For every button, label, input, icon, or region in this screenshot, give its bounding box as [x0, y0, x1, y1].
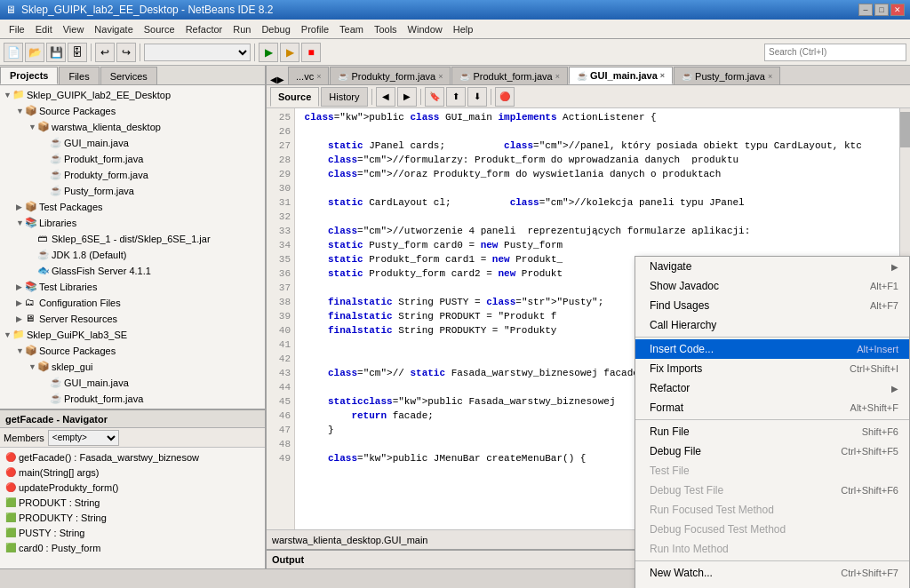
tab-gui-close[interactable]: × [660, 71, 665, 80]
tree-item[interactable]: ▼📦Source Packages [0, 103, 265, 119]
expand-arrow[interactable]: ▼ [4, 330, 12, 339]
menu-item-view[interactable]: View [58, 22, 90, 36]
stop-button[interactable]: ■ [301, 43, 321, 62]
tree-item[interactable]: ▶🗂Configuration Files [0, 295, 265, 311]
tab-produkt-close[interactable]: × [555, 72, 560, 81]
tree-item[interactable]: ▼📁Sklep_GUIPK_lab2_EE_Desktop [0, 87, 265, 103]
undo-button[interactable]: ↩ [95, 43, 115, 62]
expand-arrow[interactable]: ▼ [28, 123, 37, 131]
run-button[interactable]: ▶ [259, 43, 278, 62]
expand-arrow[interactable]: ▼ [4, 91, 12, 99]
tree-item[interactable]: ▶🖥Server Resources [0, 311, 265, 327]
context-menu-item[interactable]: New Watch...Ctrl+Shift+F7 [635, 563, 909, 583]
tab-overflow[interactable]: ◀▶ [267, 75, 288, 84]
code-line[interactable] [299, 210, 896, 224]
nav-item[interactable]: 🟩PRODUKTY : String [0, 510, 265, 525]
code-line[interactable]: static JPanel cards; class="cm">//panel,… [299, 139, 896, 153]
tab-vc[interactable]: ...vc × [288, 67, 329, 84]
toggle-breakpoint[interactable]: 🔴 [495, 87, 515, 107]
tab-pusty-close[interactable]: × [768, 72, 772, 81]
tree-item[interactable]: ☕Produkt_form.java [0, 151, 265, 167]
search-input[interactable] [764, 44, 906, 61]
prev-bookmark[interactable]: ⬆ [446, 87, 466, 107]
tab-pusty-form[interactable]: ☕ Pusty_form.java × [674, 67, 780, 84]
project-select[interactable] [144, 44, 251, 61]
code-line[interactable] [299, 181, 896, 195]
code-line[interactable] [299, 124, 896, 139]
tree-item[interactable]: ▼📚Libraries [0, 215, 265, 231]
menu-item-help[interactable]: Help [448, 22, 479, 36]
code-line[interactable]: class="kw">public class GUI_main impleme… [299, 110, 896, 124]
tree-item[interactable]: ▶📦Test Packages [0, 199, 265, 215]
code-line[interactable]: class="cm">//oraz Produkty_form do wyswi… [299, 167, 896, 181]
tree-item[interactable]: 🗃Sklep_6SE_1 - dist/Sklep_6SE_1.jar [0, 231, 265, 247]
code-line[interactable]: class="cm">//formularzy: Produkt_form do… [299, 153, 896, 167]
tree-item[interactable]: ▶📚Test Libraries [0, 279, 265, 295]
tree-item[interactable]: ☕Produkt_form.java [0, 391, 265, 407]
nav-item[interactable]: 🟩PUSTY : String [0, 525, 265, 540]
tab-produkty-close[interactable]: × [438, 72, 443, 81]
expand-arrow[interactable]: ▶ [16, 298, 25, 307]
context-menu-item[interactable]: Refactor▶ [635, 378, 909, 398]
expand-arrow[interactable]: ▶ [16, 314, 25, 323]
close-button[interactable]: ✕ [890, 4, 905, 16]
tree-item[interactable]: ☕Produkty_form.java [0, 167, 265, 183]
tab-vc-close[interactable]: × [316, 72, 321, 81]
tree-item[interactable]: ☕GUI_main.java [0, 135, 265, 151]
context-menu-item[interactable]: Debug FileCtrl+Shift+F5 [635, 441, 909, 461]
tree-item[interactable]: ☕GUI_main.java [0, 375, 265, 391]
tree-item[interactable]: ▼📦Source Packages [0, 343, 265, 359]
menu-item-source[interactable]: Source [139, 22, 180, 36]
save-button[interactable]: 💾 [46, 43, 66, 62]
menu-item-navigate[interactable]: Navigate [89, 22, 138, 36]
context-menu-item[interactable]: Toggle Line BreakpointCtrl+F8 [635, 583, 909, 588]
redo-button[interactable]: ↪ [116, 43, 136, 62]
open-button[interactable]: 📂 [25, 43, 44, 62]
tree-item[interactable]: ☕JDK 1.8 (Default) [0, 247, 265, 263]
tree-item[interactable]: 🐟GlassFish Server 4.1.1 [0, 263, 265, 279]
menu-item-debug[interactable]: Debug [256, 22, 295, 36]
nav-item[interactable]: 🔴main(String[] args) [0, 465, 265, 480]
tab-produkty-form[interactable]: ☕ Produkty_form.java × [330, 67, 451, 84]
source-tab[interactable]: Source [270, 87, 319, 107]
expand-arrow[interactable]: ▼ [16, 346, 25, 355]
tab-produkt-form[interactable]: ☕ Produkt_form.java × [451, 67, 568, 84]
expand-arrow[interactable]: ▼ [16, 107, 25, 115]
next-bookmark[interactable]: ⬇ [467, 87, 487, 107]
members-filter[interactable]: <empty> [48, 430, 119, 446]
context-menu-item[interactable]: Navigate▶ [635, 257, 909, 276]
toggle-bookmark[interactable]: 🔖 [425, 87, 444, 107]
tree-item[interactable]: ▼📁Sklep_GuiPK_lab3_SE [0, 327, 265, 343]
tree-item[interactable]: ☕Pusty_form.java [0, 183, 265, 199]
context-menu-item[interactable]: FormatAlt+Shift+F [635, 398, 909, 417]
forward-button[interactable]: ▶ [397, 87, 417, 107]
tab-projects[interactable]: Projects [0, 67, 58, 84]
maximize-button[interactable]: □ [874, 4, 889, 16]
code-line[interactable]: class="cm">//utworzenie 4 paneli repreze… [299, 224, 896, 238]
expand-arrow[interactable]: ▼ [28, 362, 37, 371]
minimize-button[interactable]: – [858, 4, 873, 16]
tab-gui-main[interactable]: ☕ GUI_main.java × [569, 67, 673, 84]
nav-item[interactable]: 🔴updateProdukty_form() [0, 480, 265, 495]
code-line[interactable]: static Pusty_form card0 = new Pusty_form [299, 238, 896, 252]
context-menu-item[interactable]: Find UsagesAlt+F7 [635, 296, 909, 315]
context-menu-item[interactable]: Fix ImportsCtrl+Shift+I [635, 359, 909, 378]
context-menu-item[interactable]: Insert Code...Alt+Insert [635, 339, 909, 359]
menu-item-tools[interactable]: Tools [369, 22, 403, 36]
tree-item[interactable]: ▼📦warstwa_klienta_desktop [0, 119, 265, 135]
expand-arrow[interactable]: ▶ [16, 203, 25, 211]
nav-item[interactable]: 🟩card0 : Pusty_form [0, 540, 265, 555]
tab-files[interactable]: Files [59, 67, 99, 84]
context-menu-item[interactable]: Run FileShift+F6 [635, 422, 909, 441]
nav-item[interactable]: 🔴getFacade() : Fasada_warstwy_biznesow [0, 449, 265, 465]
save-all-button[interactable]: 🗄 [68, 43, 87, 62]
menu-item-profile[interactable]: Profile [296, 22, 334, 36]
menu-item-run[interactable]: Run [228, 22, 256, 36]
menu-item-window[interactable]: Window [403, 22, 448, 36]
context-menu-item[interactable]: Call Hierarchy [635, 315, 909, 335]
menu-item-file[interactable]: File [4, 22, 30, 36]
expand-arrow[interactable]: ▶ [16, 282, 25, 291]
expand-arrow[interactable]: ▼ [16, 219, 25, 227]
menu-item-edit[interactable]: Edit [30, 22, 58, 36]
back-button[interactable]: ◀ [376, 87, 395, 107]
